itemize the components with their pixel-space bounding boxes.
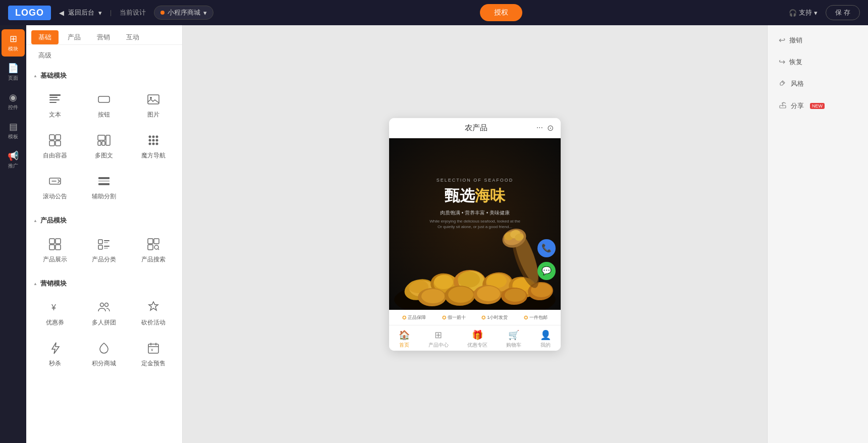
coupon-icon: ¥ (46, 298, 64, 316)
svg-text:¥: ¥ (51, 303, 56, 312)
tag-label-3: 1小时发货 (487, 314, 508, 321)
module-image[interactable]: 图片 (130, 85, 177, 124)
bargain-icon (144, 298, 162, 316)
svg-point-67 (421, 289, 445, 303)
module-free-container-label: 自由容器 (43, 151, 67, 160)
svg-text:¥: ¥ (150, 348, 153, 352)
sidebar-item-module[interactable]: ⊞ 模块 (2, 29, 25, 57)
svg-point-21 (149, 143, 151, 145)
sidebar-item-template[interactable]: ▤ 模板 (2, 117, 25, 144)
template-label: 模板 (8, 133, 18, 140)
product-category-icon (95, 235, 113, 253)
support-button[interactable]: 🎧 支持 ▾ (789, 8, 818, 17)
back-to-dashboard[interactable]: ◀ 返回后台 ▾ (59, 8, 102, 17)
miniapp-label: 小程序商城 (168, 8, 200, 17)
topbar-center: 授权 (222, 4, 781, 21)
sidebar-item-promote[interactable]: 📢 推广 (2, 146, 25, 174)
right-panel: ↩ 撤销 ↪ 恢复 风格 分享 NEW (767, 25, 868, 443)
svg-rect-4 (98, 96, 110, 102)
module-divider[interactable]: 辅助分割 (81, 167, 128, 206)
sidebar-item-control[interactable]: ◉ 控件 (2, 88, 25, 115)
module-button[interactable]: 按钮 (81, 85, 128, 124)
module-multi-image-label: 多图文 (95, 151, 113, 160)
save-button[interactable]: 保 存 (826, 5, 860, 20)
phone-preview: 农产品 ··· ⊙ (389, 118, 561, 351)
product-modules-grid: 产品展示 产品分类 产品搜索 (26, 228, 182, 273)
products-icon: ⊞ (435, 329, 442, 341)
bottom-nav-profile-label: 我的 (540, 342, 551, 349)
page-icon: 📄 (8, 63, 19, 74)
module-product-category[interactable]: 产品分类 (81, 230, 128, 269)
logo: LOGO (8, 6, 51, 20)
tag-shipping: ✪ 一件包邮 (524, 314, 548, 321)
svg-rect-37 (104, 248, 108, 249)
module-text[interactable]: 文本 (31, 85, 79, 124)
module-bargain[interactable]: 砍价活动 (130, 293, 177, 332)
svg-point-44 (100, 303, 104, 307)
banner-desc2: While enjoying the delicious seafood, lo… (429, 218, 520, 230)
control-icon: ◉ (9, 92, 17, 103)
svg-rect-35 (98, 245, 102, 249)
module-bargain-label: 砍价活动 (141, 318, 166, 327)
module-product-category-label: 产品分类 (92, 255, 116, 264)
float-wechat-button[interactable]: 💬 (537, 262, 556, 280)
sidebar-item-page[interactable]: 📄 页面 (2, 59, 25, 86)
free-container-icon (46, 131, 64, 149)
module-magic-nav-label: 魔方导航 (141, 151, 166, 160)
offers-icon: 🎁 (472, 329, 483, 341)
chevron-down-icon: ▾ (203, 9, 207, 17)
svg-rect-5 (148, 95, 159, 104)
svg-rect-32 (98, 240, 102, 244)
topbar: LOGO ◀ 返回后台 ▾ | 当前设计 小程序商城 ▾ 授权 🎧 支持 ▾ 保… (0, 0, 868, 25)
float-call-button[interactable]: 📞 (537, 239, 556, 257)
module-product-display[interactable]: 产品展示 (31, 230, 79, 269)
svg-rect-26 (98, 181, 110, 182)
tag-icon-1: ✪ (402, 315, 406, 320)
module-presale[interactable]: ¥ 定金预售 (130, 334, 177, 373)
svg-point-54 (434, 275, 453, 289)
style-action[interactable]: 风格 (774, 75, 862, 93)
profile-icon: 👤 (540, 329, 551, 341)
current-design-label: 当前设计 (120, 8, 146, 17)
bottom-nav-home[interactable]: 🏠 首页 (399, 329, 410, 349)
bottom-nav-offers[interactable]: 🎁 优惠专区 (467, 329, 487, 349)
undo-action[interactable]: ↩ 撤销 (774, 31, 862, 49)
module-flash-sale[interactable]: 秒杀 (31, 334, 79, 373)
module-scroll-notice-label: 滚动公告 (43, 192, 67, 201)
module-free-container[interactable]: 自由容器 (31, 126, 79, 165)
tab-product[interactable]: 产品 (61, 30, 88, 44)
product-search-icon (144, 235, 162, 253)
tab-basic[interactable]: 基础 (31, 30, 59, 44)
redo-action[interactable]: ↪ 恢复 (774, 53, 862, 71)
share-action[interactable]: 分享 NEW (774, 97, 862, 115)
svg-rect-8 (56, 135, 61, 140)
authorize-button[interactable]: 授权 (480, 4, 522, 21)
svg-rect-34 (104, 242, 108, 243)
tab-advanced[interactable]: 高级 (31, 48, 59, 63)
tab-marketing[interactable]: 营销 (90, 30, 117, 44)
banner-desc: 肉质饱满 • 营养丰富 • 美味健康 (429, 209, 520, 216)
banner-text-area: SELECTION OF SEAFOOD 甄选海味 肉质饱满 • 营养丰富 • … (419, 178, 530, 230)
module-multi-image[interactable]: 多图文 (81, 126, 128, 165)
module-group-buy[interactable]: 多人拼团 (81, 293, 128, 332)
magic-nav-icon (144, 131, 162, 149)
module-label: 模块 (8, 45, 18, 52)
svg-point-18 (149, 139, 151, 142)
module-magic-nav[interactable]: 魔方导航 (130, 126, 177, 165)
miniapp-selector[interactable]: 小程序商城 ▾ (154, 6, 213, 20)
tag-label-2: 假一赔十 (448, 314, 466, 321)
group-buy-icon (95, 298, 113, 316)
bottom-nav-profile[interactable]: 👤 我的 (540, 329, 551, 349)
button-icon (95, 90, 113, 108)
module-points-mall[interactable]: 积分商城 (81, 334, 128, 373)
target-icon: ⊙ (547, 123, 554, 133)
module-product-search[interactable]: 产品搜索 (130, 230, 177, 269)
module-icon: ⊞ (10, 33, 17, 44)
canvas-area: 农产品 ··· ⊙ (183, 25, 767, 443)
svg-rect-27 (98, 183, 110, 185)
module-coupon[interactable]: ¥ 优惠券 (31, 293, 79, 332)
tab-interactive[interactable]: 互动 (119, 30, 146, 44)
bottom-nav-cart[interactable]: 🛒 购物车 (506, 329, 521, 349)
module-scroll-notice[interactable]: 滚动公告 (31, 167, 79, 206)
bottom-nav-products[interactable]: ⊞ 产品中心 (428, 329, 449, 349)
